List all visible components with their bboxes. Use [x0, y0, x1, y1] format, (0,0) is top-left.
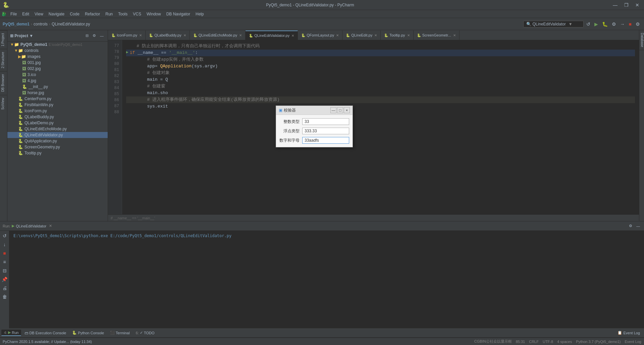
dialog-close-button[interactable]: × [344, 107, 350, 113]
run-collapse-button[interactable]: — [635, 222, 641, 229]
breadcrumb-file[interactable]: QLineEditValidator.py [52, 22, 90, 26]
menu-navigate[interactable]: Navigate [46, 11, 67, 17]
tree-item-centerform[interactable]: 🐍 CenterForm.py [7, 96, 108, 102]
run-down-button[interactable]: ↓ [2, 241, 7, 248]
tab-screengeometr[interactable]: 🐍 ScreenGeometr... ✕ [414, 30, 460, 40]
arrow-right-button[interactable]: → [619, 20, 626, 28]
status-encoding[interactable]: UTF-8 [543, 340, 553, 344]
status-indent[interactable]: 4 spaces [557, 340, 572, 344]
dialog-minimize-button[interactable]: — [330, 107, 336, 113]
tree-item-controls[interactable]: ▼📁 controls [7, 48, 108, 54]
tree-item-qlineeditecthomode[interactable]: 🐍 QLineEditEchoMode.py [7, 126, 108, 132]
tab-qlabelbuddy[interactable]: 🐍 QLabelBuddy.py ✕ [146, 30, 190, 40]
menu-code[interactable]: Code [67, 11, 82, 17]
run-list-button[interactable]: ≡ [2, 258, 7, 266]
sidebar-structure-label[interactable]: 2:Structure [0, 49, 7, 71]
project-settings-button[interactable]: ⚙ [91, 32, 97, 39]
menu-help[interactable]: Help [193, 11, 207, 17]
tab-qformlayout-close[interactable]: ✕ [336, 33, 339, 37]
btm-run-button[interactable]: 4: ▶ Run [1, 330, 21, 336]
status-event-log[interactable]: Event Log [625, 340, 641, 344]
menu-tools[interactable]: Tools [115, 11, 130, 17]
status-crlf[interactable]: CRLF [529, 340, 539, 344]
status-python[interactable]: Python 3.7 (PyQt5_demo1) [576, 340, 621, 344]
tab-qlineeditvalidator-close[interactable]: ✕ [291, 34, 294, 38]
minimize-button[interactable]: — [611, 2, 620, 8]
tab-tooltip[interactable]: 🐍 Tooltip.py ✕ [381, 30, 413, 40]
code-content[interactable]: # 防止别的脚本调用，只有自己单独运行时，才会调用下面代码 ▶ if __nam… [122, 40, 639, 214]
debug-button[interactable]: 🐛 [601, 20, 609, 28]
tree-item-quitapplication[interactable]: 🐍 QuitApplication.py [7, 138, 108, 144]
run-tab-name[interactable]: QLineEditValidator [16, 224, 46, 228]
tab-screengeometr-close[interactable]: ✕ [453, 33, 456, 37]
sidebar-dbbrowser-label[interactable]: DB Browser [0, 71, 7, 94]
run-settings-button[interactable]: ⚙ [628, 222, 634, 229]
tree-root[interactable]: ▼📁 PyQt5_demo1 E:\code\PyQt5_demo1 [7, 42, 108, 48]
tab-iconform[interactable]: 🐍 IconForm.py ✕ [108, 30, 146, 40]
refresh-button[interactable]: ↺ [585, 20, 592, 28]
tree-item-001jpg[interactable]: 🖼 001.jpg [7, 60, 108, 66]
menu-view[interactable]: View [32, 11, 46, 17]
tab-qlineedit-close[interactable]: ✕ [374, 33, 377, 37]
menu-file[interactable]: File [8, 11, 19, 17]
breadcrumb-folder[interactable]: controls [34, 22, 48, 26]
run-restart-button[interactable]: ↺ [2, 232, 8, 239]
sidebar-sciview-label[interactable]: SciView [0, 95, 7, 112]
btm-terminal-button[interactable]: ⬛ Terminal [107, 330, 132, 336]
dialog-maximize-button[interactable]: □ [337, 107, 343, 113]
stop-button[interactable]: ■ [628, 20, 633, 28]
run-stop-button[interactable]: ■ [2, 250, 7, 257]
dialog-input-alphanum[interactable] [302, 137, 349, 144]
tree-item-qlabelbuddy[interactable]: 🐍 QLabelBuddy.py [7, 114, 108, 120]
tab-qlineeditvalidator[interactable]: 🐍 QLineEditValidator.py ✕ [246, 30, 298, 40]
search-box[interactable]: 🔍 QLineEditValidator ▼ [523, 21, 584, 27]
tree-item-firstmainwin[interactable]: 🐍 FirstMainWin.py [7, 102, 108, 108]
run-output[interactable]: E:\venvs\PyQt5_demo1\Scripts\python.exe … [9, 231, 644, 328]
tree-item-horse[interactable]: 🖼 horse.jpg [7, 90, 108, 96]
menu-window[interactable]: Window [144, 11, 164, 17]
tab-qformlayout[interactable]: 🐍 QFormLayout.py ✕ [298, 30, 342, 40]
tab-qlabelbuddy-close[interactable]: ✕ [183, 33, 186, 37]
run-list2-button[interactable]: ⊟ [2, 267, 8, 274]
tab-qlineedit[interactable]: 🐍 QLineEdit.py ✕ [342, 30, 381, 40]
dialog-input-float[interactable] [302, 128, 349, 134]
btm-db-execution-button[interactable]: 🗃 DB Execution Console [22, 330, 69, 336]
project-close-button[interactable]: — [99, 32, 105, 39]
build-button[interactable]: ⚙ [610, 20, 618, 28]
run-tab-close[interactable]: ✕ [49, 224, 52, 228]
tree-item-images[interactable]: ▶📁 images [7, 54, 108, 60]
tree-item-qlabeldemo[interactable]: 🐍 QLabelDemo.py [7, 120, 108, 126]
status-update-text[interactable]: PyCharm 2020.1.5 available; // Update...… [3, 340, 92, 344]
menu-edit[interactable]: Edit [19, 11, 32, 17]
sidebar-database-label[interactable]: Database [639, 30, 644, 50]
menu-vcs[interactable]: VCS [130, 11, 144, 17]
sidebar-project-label[interactable]: 1:Project [0, 30, 7, 49]
btm-todo-button[interactable]: 6: ✓ TODO [133, 330, 157, 336]
run-print-button[interactable]: 🖨 [1, 284, 8, 292]
tree-item-4jpg[interactable]: 🖼 4.jpg [7, 78, 108, 84]
tab-qlineeditecthomode[interactable]: 🐍 QLineEditEchoMode.py ✕ [190, 30, 246, 40]
tab-tooltip-close[interactable]: ✕ [407, 33, 410, 37]
project-collapse-button[interactable]: ⊟ [84, 32, 90, 39]
run-pin-button[interactable]: 📌 [1, 276, 8, 283]
run-button[interactable]: ▶ [593, 20, 599, 28]
settings-button[interactable]: ⚙ [634, 20, 641, 28]
menu-refactor[interactable]: Refactor [82, 11, 103, 17]
tree-item-init[interactable]: 🐍 __init__.py [7, 84, 108, 90]
tree-item-qlineeditvalidator[interactable]: 🐍 QLineEditValidator.py [7, 132, 108, 138]
status-line-col[interactable]: 85:31 [516, 340, 525, 344]
tree-item-3ico[interactable]: 🖼 3.ico [7, 72, 108, 78]
btm-python-console-button[interactable]: 🐍 Python Console [69, 330, 107, 336]
menu-dbnavigator[interactable]: DB Navigator [164, 11, 193, 17]
tree-item-iconform[interactable]: 🐍 IconForm.py [7, 108, 108, 114]
maximize-button[interactable]: ❐ [622, 2, 631, 8]
close-button[interactable]: ✕ [633, 2, 641, 8]
run-trash-button[interactable]: 🗑 [1, 293, 8, 300]
tree-item-screengeometry[interactable]: 🐍 ScreenGeometry.py [7, 144, 108, 150]
tab-iconform-close[interactable]: ✕ [139, 33, 142, 37]
btm-event-log-button[interactable]: 📋 Event Log [615, 330, 643, 336]
breadcrumb-project[interactable]: PyQt5_demo1 [3, 22, 30, 26]
tree-item-002jpg[interactable]: 🖼 002.jpg [7, 66, 108, 72]
menu-run[interactable]: Run [103, 11, 115, 17]
tree-item-tooltip[interactable]: 🐍 Tooltip.py [7, 150, 108, 156]
